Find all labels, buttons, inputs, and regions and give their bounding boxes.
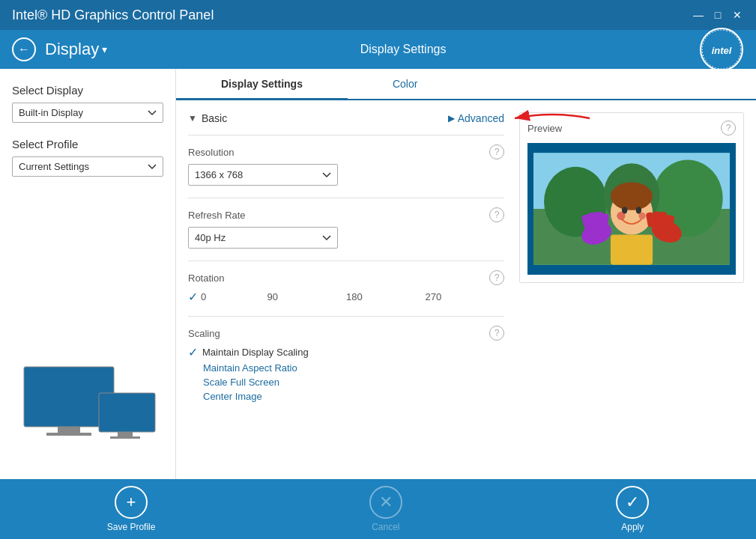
scaling-option-0[interactable]: ✓ Maintain Display Scaling: [188, 345, 504, 359]
header-nav: Display ▾: [45, 40, 107, 59]
divider-2: [188, 198, 504, 198]
refresh-rate-row: Refresh Rate ? 40p Hz: [188, 207, 504, 249]
save-profile-icon: +: [127, 493, 136, 512]
rotation-label: Rotation: [188, 272, 224, 284]
basic-toggle-icon: ▼: [188, 113, 197, 124]
svg-point-21: [617, 212, 625, 220]
app-title: Intel® HD Graphics Control Panel: [12, 7, 214, 23]
cancel-label: Cancel: [372, 522, 399, 532]
intel-logo-svg: intel: [699, 27, 744, 72]
minimize-button[interactable]: —: [692, 8, 705, 22]
scaling-option-3[interactable]: Center Image: [188, 391, 504, 402]
svg-rect-9: [118, 432, 133, 436]
title-controls: — □ ✕: [692, 8, 744, 22]
rotation-label-row: Rotation ?: [188, 270, 504, 285]
scaling-label: Scaling: [188, 328, 220, 339]
svg-text:intel: intel: [712, 45, 732, 56]
header-left: ← Display ▾: [12, 37, 107, 61]
intel-logo: intel: [699, 27, 744, 72]
scaling-label-row: Scaling ?: [188, 326, 504, 341]
rotation-180-option[interactable]: 180: [346, 291, 426, 302]
rotation-options: ✓ 0 90 180 270: [188, 290, 504, 304]
save-profile-button[interactable]: + Save Profile: [107, 486, 156, 532]
preview-help-button[interactable]: ?: [721, 121, 736, 135]
scaling-label-0: Maintain Display Scaling: [202, 347, 309, 358]
section-header-row: ▼ Basic ▶ Advanced: [188, 112, 504, 124]
cancel-button[interactable]: ✕ Cancel: [369, 486, 402, 532]
rotation-0-option[interactable]: ✓ 0: [188, 290, 267, 304]
svg-rect-10: [110, 436, 140, 439]
refresh-rate-select[interactable]: 40p Hz: [188, 227, 338, 249]
rotation-180-label: 180: [346, 291, 363, 302]
settings-left: ▼ Basic ▶ Advanced: [188, 112, 504, 467]
tab-bar: Display Settings Color: [176, 69, 756, 100]
rotation-270-option[interactable]: 270: [426, 291, 505, 302]
resolution-row: Resolution ? 1366 x 768: [188, 144, 504, 186]
resolution-help-button[interactable]: ?: [489, 144, 504, 159]
svg-rect-6: [46, 433, 91, 436]
preview-image-area: [527, 143, 736, 275]
maximize-button[interactable]: □: [711, 8, 725, 22]
cancel-icon: ✕: [379, 493, 393, 512]
preview-container: Preview ?: [519, 112, 744, 283]
rotation-row: Rotation ? ✓ 0 90 180: [188, 270, 504, 304]
title-bar: Intel® HD Graphics Control Panel — □ ✕: [0, 0, 756, 30]
scaling-check-0: ✓: [188, 345, 198, 359]
settings-content: ▼ Basic ▶ Advanced: [176, 100, 756, 479]
preview-image-svg: [533, 149, 730, 269]
scaling-option-2[interactable]: Scale Full Screen: [188, 377, 504, 388]
scaling-label-3: Center Image: [203, 391, 262, 402]
basic-section-header: ▼ Basic: [188, 112, 227, 124]
save-profile-label: Save Profile: [107, 522, 156, 532]
advanced-section-label: Advanced: [458, 112, 504, 124]
svg-rect-5: [58, 427, 80, 433]
header-module-title: Display: [45, 40, 99, 59]
resolution-label-row: Resolution ?: [188, 144, 504, 159]
select-display-section: Select Display Built-in Display: [12, 84, 163, 123]
cancel-icon-circle: ✕: [369, 486, 402, 519]
apply-button[interactable]: ✓ Apply: [616, 486, 649, 532]
advanced-arrow-icon: ▶: [448, 113, 455, 124]
svg-point-20: [636, 207, 641, 213]
tab-color[interactable]: Color: [348, 69, 462, 99]
annotation-red-arrow: [507, 107, 597, 130]
save-profile-icon-circle: +: [115, 486, 148, 519]
apply-label: Apply: [621, 522, 644, 532]
display-icon-area: [12, 307, 163, 464]
close-button[interactable]: ✕: [731, 8, 744, 22]
rotation-help-button[interactable]: ?: [489, 270, 504, 285]
refresh-rate-label: Refresh Rate: [188, 210, 246, 221]
select-profile-label: Select Profile: [12, 138, 163, 150]
divider-3: [188, 261, 504, 261]
rotation-90-label: 90: [267, 291, 278, 302]
basic-section-label: Basic: [202, 112, 227, 124]
scaling-options: ✓ Maintain Display Scaling Maintain Aspe…: [188, 345, 504, 402]
display-select[interactable]: Built-in Display: [12, 103, 163, 123]
advanced-section-header[interactable]: ▶ Advanced: [448, 112, 504, 124]
select-profile-section: Select Profile Current Settings: [12, 138, 163, 177]
rotation-0-check: ✓: [188, 290, 198, 304]
rotation-90-option[interactable]: 90: [267, 291, 347, 302]
select-display-label: Select Display: [12, 84, 163, 97]
content-panel: Display Settings Color ▼ Basic ▶ Advance: [176, 69, 756, 479]
scaling-help-button[interactable]: ?: [489, 326, 504, 341]
main-content: Select Display Built-in Display Select P…: [0, 69, 756, 479]
resolution-select[interactable]: 1366 x 768: [188, 164, 338, 186]
rotation-0-label: 0: [201, 291, 206, 302]
refresh-rate-help-button[interactable]: ?: [489, 207, 504, 222]
rotation-270-label: 270: [426, 291, 442, 302]
back-button[interactable]: ←: [12, 37, 36, 61]
scaling-option-1[interactable]: Maintain Aspect Ratio: [188, 362, 504, 374]
divider-1: [188, 135, 504, 135]
svg-point-18: [611, 182, 653, 210]
tab-display-settings[interactable]: Display Settings: [176, 69, 348, 99]
title-bar-left: Intel® HD Graphics Control Panel: [12, 7, 214, 23]
svg-rect-23: [611, 235, 653, 265]
scaling-label-2: Scale Full Screen: [203, 377, 279, 388]
apply-icon: ✓: [626, 493, 639, 512]
footer: + Save Profile ✕ Cancel ✓ Apply: [0, 479, 756, 539]
apply-icon-circle: ✓: [616, 486, 649, 519]
svg-point-22: [638, 213, 645, 219]
profile-select[interactable]: Current Settings: [12, 156, 163, 177]
svg-rect-7: [99, 393, 155, 432]
